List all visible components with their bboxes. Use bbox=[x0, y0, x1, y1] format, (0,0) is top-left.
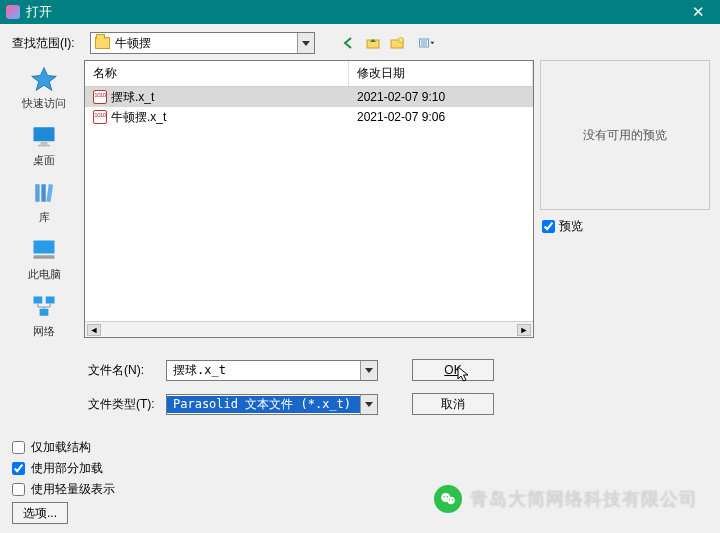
place-desktop[interactable]: 桌面 bbox=[14, 121, 74, 168]
body: 快速访问 桌面 库 此电脑 网络 名 bbox=[0, 60, 720, 349]
svg-rect-15 bbox=[34, 297, 43, 304]
place-network[interactable]: 网络 bbox=[14, 292, 74, 339]
svg-rect-12 bbox=[46, 184, 53, 202]
filename-value[interactable]: 摆球.x_t bbox=[167, 362, 360, 379]
preview-checkbox-row[interactable]: 预览 bbox=[540, 218, 710, 235]
file-name: 牛顿摆.x_t bbox=[111, 109, 166, 126]
svg-point-19 bbox=[447, 497, 455, 505]
lookin-label: 查找范围(I): bbox=[12, 35, 84, 52]
svg-rect-14 bbox=[34, 255, 55, 259]
filetype-row: 文件类型(T): Parasolid 文本文件 (*.x_t) 取消 bbox=[0, 383, 720, 417]
folder-icon bbox=[95, 37, 110, 49]
file-row[interactable]: 摆球.x_t 2021-02-07 9:10 bbox=[85, 87, 533, 107]
preview-panel: 没有可用的预览 预览 bbox=[540, 60, 710, 349]
lookin-row: 查找范围(I): 牛顿摆 bbox=[0, 24, 720, 60]
file-list-rows[interactable]: 摆球.x_t 2021-02-07 9:10 牛顿摆.x_t 2021-02-0… bbox=[85, 87, 533, 321]
place-thispc-label: 此电脑 bbox=[14, 267, 74, 282]
place-network-label: 网络 bbox=[14, 324, 74, 339]
scroll-right-icon[interactable]: ► bbox=[517, 324, 531, 336]
window-title: 打开 bbox=[26, 3, 682, 21]
ok-button-label: OK bbox=[444, 363, 461, 377]
place-desktop-label: 桌面 bbox=[14, 153, 74, 168]
filename-dropdown-arrow[interactable] bbox=[360, 361, 377, 380]
svg-point-2 bbox=[399, 38, 404, 43]
app-icon bbox=[6, 5, 20, 19]
wechat-icon bbox=[434, 485, 462, 513]
close-button[interactable]: ✕ bbox=[682, 1, 714, 23]
svg-point-21 bbox=[447, 496, 449, 498]
svg-rect-7 bbox=[34, 127, 55, 141]
svg-point-22 bbox=[449, 499, 450, 500]
svg-point-20 bbox=[444, 496, 446, 498]
opt-partial-load-label: 使用部分加载 bbox=[31, 460, 103, 477]
lookin-select[interactable]: 牛顿摆 bbox=[90, 32, 315, 54]
filename-row: 文件名(N): 摆球.x_t OK bbox=[0, 349, 720, 383]
file-list-header: 名称 修改日期 bbox=[85, 61, 533, 87]
places-sidebar: 快速访问 桌面 库 此电脑 网络 bbox=[10, 60, 78, 349]
new-folder-icon[interactable] bbox=[387, 33, 407, 53]
opt-only-struct-label: 仅加载结构 bbox=[31, 439, 91, 456]
opt-lightweight-label: 使用轻量级表示 bbox=[31, 481, 115, 498]
horizontal-scrollbar[interactable]: ◄ ► bbox=[85, 321, 533, 337]
file-icon bbox=[93, 90, 107, 104]
place-thispc[interactable]: 此电脑 bbox=[14, 235, 74, 282]
place-quickaccess-label: 快速访问 bbox=[14, 96, 74, 111]
filetype-dropdown-arrow[interactable] bbox=[360, 395, 377, 414]
scroll-left-icon[interactable]: ◄ bbox=[87, 324, 101, 336]
preview-checkbox-label: 预览 bbox=[559, 218, 583, 235]
desktop-icon bbox=[27, 121, 61, 151]
thispc-icon bbox=[27, 235, 61, 265]
file-list: 名称 修改日期 摆球.x_t 2021-02-07 9:10 牛顿摆.x_t 2… bbox=[84, 60, 534, 338]
view-menu-icon[interactable] bbox=[411, 33, 443, 53]
back-icon[interactable] bbox=[339, 33, 359, 53]
up-folder-icon[interactable] bbox=[363, 33, 383, 53]
titlebar: 打开 ✕ bbox=[0, 0, 720, 24]
opt-partial-load-row[interactable]: 使用部分加载 bbox=[12, 460, 720, 477]
svg-rect-17 bbox=[40, 309, 49, 316]
svg-rect-9 bbox=[38, 145, 50, 147]
file-icon bbox=[93, 110, 107, 124]
svg-rect-16 bbox=[46, 297, 55, 304]
svg-rect-11 bbox=[41, 184, 45, 202]
preview-empty-text: 没有可用的预览 bbox=[583, 127, 667, 144]
cancel-button[interactable]: 取消 bbox=[412, 393, 494, 415]
svg-rect-13 bbox=[34, 240, 55, 253]
filetype-value: Parasolid 文本文件 (*.x_t) bbox=[167, 396, 360, 413]
watermark: 青岛大简网络科技有限公司 bbox=[434, 485, 698, 513]
col-date[interactable]: 修改日期 bbox=[349, 61, 533, 86]
opt-partial-load-checkbox[interactable] bbox=[12, 462, 25, 475]
file-date: 2021-02-07 9:06 bbox=[349, 110, 533, 124]
network-icon bbox=[27, 292, 61, 322]
svg-rect-10 bbox=[35, 184, 39, 202]
opt-only-struct-checkbox[interactable] bbox=[12, 441, 25, 454]
star-icon bbox=[27, 64, 61, 94]
file-name: 摆球.x_t bbox=[111, 89, 154, 106]
file-row[interactable]: 牛顿摆.x_t 2021-02-07 9:06 bbox=[85, 107, 533, 127]
svg-point-23 bbox=[452, 499, 453, 500]
preview-checkbox[interactable] bbox=[542, 220, 555, 233]
nav-toolbar bbox=[339, 33, 443, 53]
file-date: 2021-02-07 9:10 bbox=[349, 90, 533, 104]
libraries-icon bbox=[27, 178, 61, 208]
filetype-label: 文件类型(T): bbox=[88, 396, 158, 413]
lookin-folder-name: 牛顿摆 bbox=[115, 35, 151, 52]
opt-lightweight-checkbox[interactable] bbox=[12, 483, 25, 496]
options-button-label: 选项... bbox=[23, 505, 57, 522]
lookin-dropdown-arrow[interactable] bbox=[297, 33, 314, 53]
ok-button[interactable]: OK bbox=[412, 359, 494, 381]
cancel-button-label: 取消 bbox=[441, 396, 465, 413]
col-name[interactable]: 名称 bbox=[85, 61, 349, 86]
place-libraries[interactable]: 库 bbox=[14, 178, 74, 225]
place-quickaccess[interactable]: 快速访问 bbox=[14, 64, 74, 111]
options-button[interactable]: 选项... bbox=[12, 502, 68, 524]
place-libraries-label: 库 bbox=[14, 210, 74, 225]
opt-only-struct-row[interactable]: 仅加载结构 bbox=[12, 439, 720, 456]
filename-label: 文件名(N): bbox=[88, 362, 158, 379]
filename-combo[interactable]: 摆球.x_t bbox=[166, 360, 378, 381]
watermark-text: 青岛大简网络科技有限公司 bbox=[470, 487, 698, 511]
preview-box: 没有可用的预览 bbox=[540, 60, 710, 210]
filetype-combo[interactable]: Parasolid 文本文件 (*.x_t) bbox=[166, 394, 378, 415]
svg-rect-8 bbox=[41, 142, 48, 145]
